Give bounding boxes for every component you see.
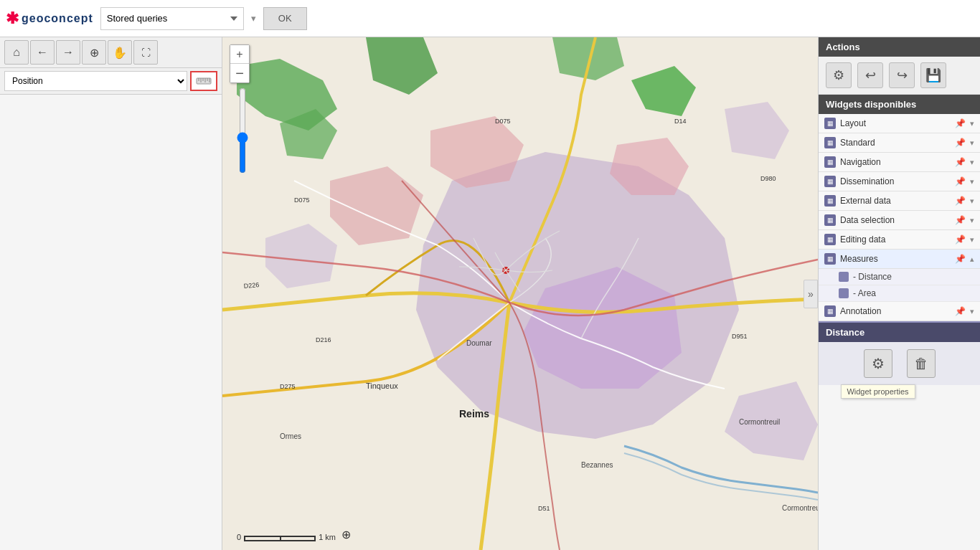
- map-svg: Reims Tinqueux Doumar Cormontreuil Ormes…: [222, 37, 818, 550]
- widget-row-editing-data[interactable]: ▦ Editing data 📌 ▾: [819, 230, 980, 250]
- widget-label-measures: Measures: [840, 254, 951, 264]
- widget-row-annotation[interactable]: ▦ Annotation 📌 ▾: [819, 302, 980, 321]
- undo-action-button[interactable]: ↩: [857, 62, 883, 88]
- svg-text:D075: D075: [294, 196, 310, 204]
- zoom-out-button[interactable]: −: [230, 64, 249, 82]
- left-panel: ⌂ ← → ⊕ ✋ ⛶ Position: [0, 37, 222, 550]
- pin-icon-standard[interactable]: 📌: [955, 138, 966, 148]
- svg-text:D275: D275: [280, 383, 296, 390]
- delete-widget-button[interactable]: 🗑: [907, 349, 936, 378]
- expand-icon-layout[interactable]: ▾: [970, 119, 974, 128]
- expand-icon-navigation[interactable]: ▾: [970, 158, 974, 167]
- pin-icon-measures[interactable]: 📌: [955, 254, 966, 264]
- sub-icon-area: [839, 288, 849, 298]
- scale-start: 0: [237, 533, 241, 541]
- widget-properties-tooltip: Widget properties: [840, 384, 915, 399]
- widget-row-standard[interactable]: ▦ Standard 📌 ▾: [819, 133, 980, 153]
- zoom-in-button[interactable]: +: [230, 45, 249, 64]
- widget-label-data-selection: Data selection: [840, 215, 951, 225]
- svg-text:Bezannes: Bezannes: [581, 461, 613, 469]
- widget-row-layout[interactable]: ▦ Layout 📌 ▾: [819, 114, 980, 133]
- distance-toolbar: ⚙ Widget properties 🗑: [819, 342, 980, 385]
- svg-text:D216: D216: [316, 336, 331, 343]
- position-select[interactable]: Position: [4, 71, 187, 91]
- home-button[interactable]: ⌂: [4, 40, 29, 65]
- widget-label-annotation: Annotation: [840, 306, 951, 316]
- expand-icon-external-data[interactable]: ▾: [970, 196, 974, 206]
- expand-icon-editing-data[interactable]: ▾: [970, 235, 974, 245]
- position-bar: Position: [0, 68, 222, 95]
- settings-action-button[interactable]: ⚙: [826, 62, 852, 88]
- expand-icon-data-selection[interactable]: ▾: [970, 216, 974, 225]
- ok-button[interactable]: OK: [263, 7, 307, 30]
- svg-text:D075: D075: [495, 118, 511, 125]
- forward-button[interactable]: →: [56, 40, 80, 65]
- widget-icon-navigation: ▦: [824, 156, 836, 168]
- widget-icon-annotation: ▦: [824, 305, 836, 317]
- svg-text:D980: D980: [760, 175, 776, 182]
- back-button[interactable]: ←: [30, 40, 55, 65]
- widget-label-external-data: External data: [840, 196, 951, 206]
- widget-list: ▦ Layout 📌 ▾ ▦ Standard 📌 ▾ ▦ Navigation…: [819, 114, 980, 321]
- measure-button[interactable]: [190, 71, 217, 91]
- widget-row-navigation[interactable]: ▦ Navigation 📌 ▾: [819, 153, 980, 172]
- widget-label-layout: Layout: [840, 118, 951, 128]
- svg-text:Cormontreuil: Cormontreuil: [782, 504, 818, 512]
- expand-icon-annotation[interactable]: ▾: [970, 307, 974, 316]
- svg-text:Doumar: Doumar: [466, 339, 492, 347]
- collapse-right-panel-button[interactable]: »: [804, 280, 818, 308]
- pin-icon-editing-data[interactable]: 📌: [955, 234, 966, 245]
- svg-text:Ormes: Ormes: [280, 432, 301, 440]
- expand-icon-dissemination[interactable]: ▾: [970, 177, 974, 186]
- widget-subitem-area[interactable]: - Area: [819, 285, 980, 302]
- widget-subitem-distance[interactable]: - Distance: [819, 269, 980, 285]
- svg-text:D51: D51: [538, 505, 550, 512]
- scale-bar: 0 1 km ⊕: [237, 528, 351, 541]
- fullscreen-button[interactable]: ⛶: [133, 40, 158, 65]
- svg-text:D226: D226: [243, 281, 259, 290]
- map-container[interactable]: Reims Tinqueux Doumar Cormontreuil Ormes…: [222, 37, 818, 550]
- stored-queries-select[interactable]: Stored queries: [100, 7, 244, 30]
- distance-header: Distance: [819, 323, 980, 342]
- main-area: ⌂ ← → ⊕ ✋ ⛶ Position: [0, 37, 980, 550]
- expand-icon-standard[interactable]: ▾: [970, 138, 974, 148]
- widget-properties-button[interactable]: ⚙ Widget properties: [864, 349, 892, 378]
- pin-icon-layout[interactable]: 📌: [955, 118, 966, 128]
- pin-icon-navigation[interactable]: 📌: [955, 157, 966, 167]
- logo-text: geoconcept: [22, 12, 93, 25]
- sub-label-area: - Area: [853, 288, 876, 298]
- widget-icon-external-data: ▦: [824, 195, 836, 207]
- zoom-slider[interactable]: [235, 87, 250, 174]
- widget-row-data-selection[interactable]: ▦ Data selection 📌 ▾: [819, 211, 980, 230]
- widget-label-editing-data: Editing data: [840, 234, 951, 245]
- pin-icon-annotation[interactable]: 📌: [955, 306, 966, 316]
- logo[interactable]: ✱ geoconcept: [6, 9, 93, 28]
- widget-icon-data-selection: ▦: [824, 214, 836, 226]
- scale-label: 1 km: [319, 533, 336, 541]
- widget-label-navigation: Navigation: [840, 157, 951, 167]
- widget-row-measures[interactable]: ▦ Measures 📌 ▴: [819, 250, 980, 269]
- widget-icon-dissemination: ▦: [824, 176, 836, 187]
- pin-icon-data-selection[interactable]: 📌: [955, 215, 966, 225]
- widget-label-dissemination: Dissemination: [840, 176, 951, 186]
- pin-icon-dissemination[interactable]: 📌: [955, 176, 966, 186]
- nav-toolbar: ⌂ ← → ⊕ ✋ ⛶: [0, 37, 222, 68]
- svg-text:Tinqueux: Tinqueux: [366, 381, 398, 390]
- sub-icon-distance: [839, 272, 849, 282]
- widget-icon-layout: ▦: [824, 118, 836, 129]
- redo-action-button[interactable]: ↪: [889, 62, 915, 88]
- widget-row-dissemination[interactable]: ▦ Dissemination 📌 ▾: [819, 172, 980, 191]
- pan-button[interactable]: ✋: [108, 40, 132, 65]
- ruler-icon: [196, 75, 212, 87]
- widget-icon-editing-data: ▦: [824, 234, 836, 245]
- add-button[interactable]: ⊕: [82, 40, 106, 65]
- logo-icon: ✱: [6, 9, 19, 28]
- pin-icon-external-data[interactable]: 📌: [955, 196, 966, 206]
- save-action-button[interactable]: 💾: [920, 62, 946, 88]
- svg-text:Reims: Reims: [459, 408, 489, 419]
- expand-icon-measures[interactable]: ▴: [970, 255, 974, 264]
- widget-label-standard: Standard: [840, 138, 951, 148]
- zoom-controls: + −: [230, 44, 250, 83]
- svg-text:Cormontreuil: Cormontreuil: [739, 418, 780, 426]
- widget-row-external-data[interactable]: ▦ External data 📌 ▾: [819, 191, 980, 211]
